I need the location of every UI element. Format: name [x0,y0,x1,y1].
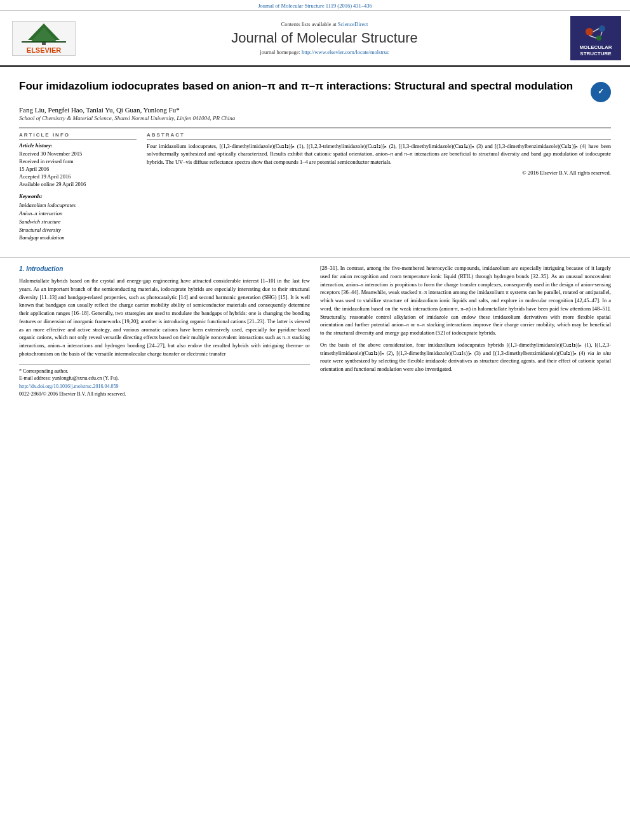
received-revised-label: Received in revised form [19,158,137,166]
corresponding-author-note: * Corresponding author. [19,368,310,375]
elsevier-tree-icon [22,22,66,46]
issn-note: 0022-2860/© 2016 Elsevier B.V. All right… [19,390,310,397]
body-left-col: 1. Introduction Halometallate hybrids ba… [19,264,310,397]
body-right-col: [28–31]. In contrast, among the five-mem… [320,264,611,397]
journal-header: ELSEVIER Contents lists available at Sci… [0,11,630,67]
homepage-link[interactable]: http://www.elsevier.com/locate/molstruc [302,49,389,55]
intro-paragraph-1: Halometallate hybrids based on the cryst… [19,277,310,358]
mol-struct-image [577,19,615,44]
right-paragraph-1: [28–31]. In contrast, among the five-mem… [320,264,611,337]
mol-struct-logo-text: MOLECULARSTRUCTURE [579,44,612,58]
contents-line: Contents lists available at ScienceDirec… [85,21,564,27]
crossmark-badge: ✓ [591,82,611,102]
homepage-line: journal homepage: http://www.elsevier.co… [85,49,564,55]
journal-name-header: Journal of Molecular Structure [85,30,564,46]
keyword-1: Imidazolium iodocuprates [19,201,137,210]
journal-header-left: ELSEVIER [9,21,79,56]
authors-line: Fang Liu, Pengfei Hao, Tanlai Yu, Qi Gua… [19,106,611,114]
svg-point-4 [586,28,593,36]
svg-point-6 [596,36,601,41]
svg-line-7 [593,29,599,32]
article-title-text: Four imidazolium iodocuprates based on a… [19,79,584,93]
available-online-date: Available online 29 April 2016 [19,181,137,189]
svg-point-5 [599,25,605,32]
intro-heading: 1. Introduction [19,264,310,274]
section-number: 1. [19,265,24,272]
footnote-area: * Corresponding author. E-mail address: … [19,364,310,398]
keywords-section: Keywords: Imidazolium iodocuprates Anion… [19,193,137,242]
svg-rect-3 [22,41,66,43]
affiliation-line: School of Chemistry & Material Science, … [19,115,611,121]
abstract-col: ABSTRACT Four imidazolium iodocuprates, … [147,132,611,242]
abstract-text: Four imidazolium iodocuprates, [(1,3-dim… [147,142,611,166]
copyright-line: © 2016 Elsevier B.V. All rights reserved… [147,170,611,176]
elsevier-logo: ELSEVIER [12,21,76,56]
journal-reference-bar: Journal of Molecular Structure 1119 (201… [0,0,630,11]
doi-link[interactable]: http://dx.doi.org/10.1016/j.molstruc.201… [19,383,310,390]
section-title: Introduction [26,265,63,272]
svg-line-9 [589,36,596,38]
journal-header-center: Contents lists available at ScienceDirec… [85,21,564,55]
article-history-label: Article history: [19,142,137,149]
keyword-2: Anion–π interaction [19,210,137,218]
body-content: 1. Introduction Halometallate hybrids ba… [0,264,630,397]
keyword-5: Bandgap modulation [19,234,137,242]
right-paragraph-2: On the basis of the above consideration,… [320,341,611,373]
journal-reference-text: Journal of Molecular Structure 1119 (201… [258,3,372,9]
journal-logo-box: MOLECULARSTRUCTURE [570,16,621,60]
abstract-label: ABSTRACT [147,132,611,140]
article-info-abstract: ARTICLE INFO Article history: Received 3… [19,128,611,242]
received-date: Received 30 November 2015 [19,150,137,158]
keyword-3: Sandwich structure [19,218,137,226]
body-divider [0,257,630,258]
elsevier-text: ELSEVIER [27,46,61,54]
authors-text: Fang Liu, Pengfei Hao, Tanlai Yu, Qi Gua… [19,106,180,114]
email-note: E-mail address: yunlongfu@sxnu.edu.cn (Y… [19,375,310,382]
revised-date: 15 April 2016 [19,166,137,173]
article-info-label: ARTICLE INFO [19,132,137,140]
keywords-label: Keywords: [19,193,137,199]
article-content: Four imidazolium iodocuprates based on a… [0,67,630,248]
article-info-col: ARTICLE INFO Article history: Received 3… [19,132,137,242]
accepted-date: Accepted 19 April 2016 [19,173,137,181]
keyword-4: Structural diversity [19,226,137,234]
article-title-block: Four imidazolium iodocuprates based on a… [19,79,611,102]
svg-line-8 [601,32,602,36]
sciencedirect-link[interactable]: ScienceDirect [338,21,368,27]
